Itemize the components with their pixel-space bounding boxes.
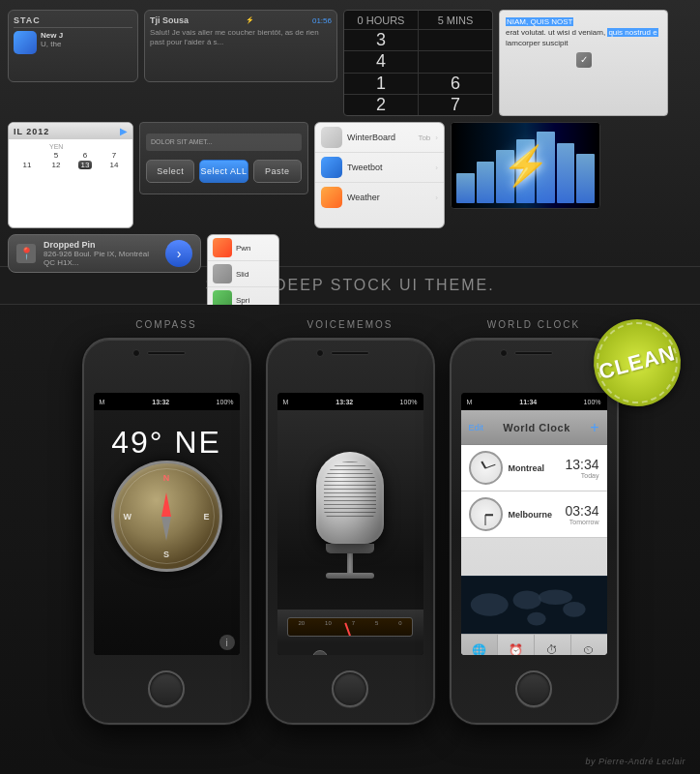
vm-meter-display: 20 10 7 5 0 — [287, 617, 413, 637]
vm-carrier: M — [283, 399, 289, 405]
stack-notif-title: New J — [41, 31, 63, 40]
wc-home-button[interactable] — [515, 670, 552, 707]
pwn-item-1: Pwn — [208, 235, 278, 261]
pwn-label-2: Slid — [236, 270, 248, 279]
iphone-voicememos: M 13:32 100% — [266, 338, 435, 725]
svg-point-2 — [512, 590, 540, 609]
sms-name: Tji Sousa — [150, 15, 189, 25]
pwn-item-2: Slid — [208, 261, 278, 287]
phone-column-voicememos: VoiceMemos M 13:32 100% — [266, 319, 435, 725]
vm-time: 13:32 — [335, 399, 353, 405]
list-item-tweetbot: Tweetbot › — [315, 153, 444, 183]
cal-d12: 12 — [49, 161, 63, 169]
wc-list: Montreal 13:34 Today Melbourne — [461, 445, 607, 576]
select-all-button[interactable]: Select ALL — [199, 160, 248, 183]
wc-city-montreal: Montreal — [509, 463, 560, 473]
battery-bolt: ⚡ — [502, 143, 550, 189]
compass-east: E — [203, 512, 209, 521]
select-button[interactable]: Select — [146, 160, 194, 183]
phone-column-compass: Compass M 13:32 100% 49° NE N S E W — [82, 319, 251, 725]
sms-flash-icon: ⚡ — [246, 16, 254, 24]
cal-grid: YEN 5 6 7 11 12 13 14 — [9, 139, 132, 174]
iphone-compass: M 13:32 100% 49° NE N S E W — [82, 338, 251, 725]
cal-d5: 5 — [49, 151, 63, 160]
select-text: DOLOR SIT AMET... — [151, 138, 213, 145]
wc-tab-timer[interactable]: ⏲ Timer — [571, 635, 607, 655]
stack-notif-icon — [14, 31, 37, 54]
list-arrow2: › — [435, 164, 438, 172]
timer-num-4: 4 — [344, 51, 419, 72]
vm-controls: ≡ — [277, 643, 423, 655]
svg-point-4 — [563, 602, 585, 617]
clean-text: CLEAN — [597, 341, 679, 385]
vm-home-button[interactable] — [332, 670, 368, 707]
stack-notif-body: U, the — [41, 40, 63, 49]
sms-header: Tji Sousa ⚡ 01:56 — [150, 15, 332, 25]
lorem-end: lamcorper suscipit — [506, 39, 568, 47]
timer-num-3: 3 — [344, 30, 419, 50]
wc-item-melbourne: Melbourne 03:34 Tomorrow — [461, 491, 607, 538]
svg-point-3 — [538, 589, 571, 605]
wc-plus-btn[interactable]: + — [590, 419, 598, 436]
wc-speaker — [514, 351, 553, 355]
compass-needle-north — [161, 492, 171, 517]
scale-10: 10 — [325, 620, 332, 626]
vm-list-icon[interactable]: ≡ — [380, 651, 387, 655]
attribution: by Pierre-André Leclair — [585, 757, 685, 766]
clean-badge-inner: CLEAN — [584, 310, 690, 416]
lorem-body: erat volutat. ut wisi d veniam, quis nos… — [506, 28, 658, 37]
cal-dh4 — [107, 143, 121, 150]
vm-meter: 20 10 7 5 0 — [277, 610, 423, 643]
pin-title: Dropped Pin — [44, 240, 158, 250]
wc-camera — [500, 349, 508, 357]
timer-num-6: 6 — [419, 74, 492, 94]
cal-header-row: YEN — [13, 143, 129, 150]
cal-row2: 11 12 13 14 — [13, 161, 129, 169]
vm-meter-scale: 20 10 7 5 0 — [288, 620, 412, 626]
vm-record-btn[interactable] — [312, 650, 328, 655]
wc-world-map — [461, 576, 607, 634]
cal-dh2: YEN — [49, 143, 63, 150]
timer-num-blank1 — [419, 30, 492, 50]
timer-num-7: 7 — [419, 95, 492, 115]
wc-edit-btn[interactable]: Edit — [469, 423, 484, 432]
timer-num-1: 1 — [344, 74, 419, 94]
bottom-section: CLEAN Compass M 13:32 100% 49° NE N S — [0, 305, 700, 774]
cal-d14: 14 — [107, 161, 121, 169]
vm-speaker — [331, 351, 369, 355]
pin-info: Dropped Pin 826-926 Boul. Pie IX, Montré… — [44, 240, 158, 267]
wc-tab-stopwatch[interactable]: ⏱ Stopwatch — [535, 635, 571, 655]
winterboard-icon — [321, 127, 342, 148]
compass-info-button[interactable]: i — [219, 635, 235, 650]
scale-20: 20 — [298, 620, 305, 626]
vm-app-screen: 20 10 7 5 0 ≡ — [277, 410, 423, 655]
timer-row4: 2 7 — [344, 95, 492, 115]
wc-tab-worldclock[interactable]: 🌐 World Clock — [461, 635, 498, 655]
timer-row3: 1 6 — [344, 74, 492, 95]
widget-battery: ⚡ — [451, 122, 600, 209]
wc-screen: M 11:34 100% Edit World Clock + — [461, 393, 607, 655]
wc-clock-montreal — [469, 451, 503, 485]
widget-calendar: IL 2012 ▶ YEN 5 6 7 11 12 13 14 — [8, 122, 133, 228]
compass-home-button[interactable] — [148, 670, 185, 707]
cal-next-arrow[interactable]: ▶ — [120, 126, 128, 136]
wc-time: 11:34 — [519, 399, 537, 405]
wc-app-screen: Edit World Clock + Montreal 13:3 — [461, 410, 607, 655]
vm-camera — [316, 349, 324, 357]
scale-0: 0 — [398, 620, 401, 626]
wc-alarm-icon: ⏰ — [509, 643, 523, 656]
wc-tabs: 🌐 World Clock ⏰ Alarm ⏱ Stopwatch ⏲ — [461, 634, 607, 655]
wc-status-bar: M 11:34 100% — [461, 393, 607, 410]
wc-item-montreal: Montreal 13:34 Today — [461, 445, 607, 491]
wc-hour-hand-melbourne — [485, 514, 493, 516]
pin-arrow[interactable]: › — [165, 240, 192, 267]
wc-min-hand-montreal — [485, 463, 496, 468]
weather-icon — [321, 187, 342, 208]
lorem-highlight: NIAM, QUIS NOST — [506, 17, 573, 26]
worldclock-label: World Clock — [487, 319, 580, 330]
mic-body — [316, 452, 384, 544]
lorem-checkbox: ✓ — [576, 52, 592, 68]
mic-foot — [326, 573, 374, 579]
paste-button[interactable]: Paste — [253, 160, 302, 183]
wc-tab-alarm[interactable]: ⏰ Alarm — [498, 635, 535, 655]
